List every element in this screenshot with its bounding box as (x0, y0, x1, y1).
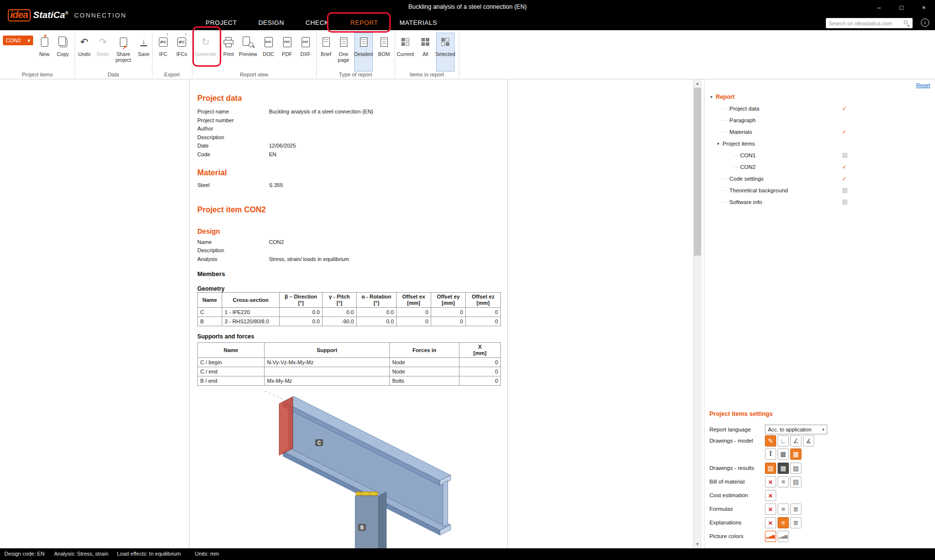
tab-design[interactable]: DESIGN (248, 15, 295, 30)
tree-item-report[interactable]: ▾ Report (708, 91, 851, 103)
generate-button[interactable]: ↻ Generate (196, 33, 215, 72)
tree-item-code-settings[interactable]: Code settings ✓ (708, 173, 851, 185)
checkmark-icon[interactable]: ✓ (842, 164, 851, 170)
checkbox-unchecked-icon[interactable] (842, 188, 847, 193)
report-scrollbar[interactable]: ▲ ▼ (693, 79, 702, 548)
tab-materials[interactable]: MATERIALS (389, 15, 448, 30)
report-preview-area: Project data Project nameBuckling analys… (0, 79, 704, 548)
checkmark-icon[interactable]: ✓ (842, 129, 851, 135)
export-pdf-button[interactable]: PDF PDF (278, 33, 296, 72)
results-3d-icon[interactable]: ▧ (765, 463, 776, 474)
scrollbar-thumb[interactable] (694, 88, 701, 256)
axes-z-icon[interactable]: ∡ (803, 435, 814, 447)
tree-item-theoretical-background[interactable]: Theoretical background (708, 185, 851, 196)
scroll-down-icon[interactable]: ▼ (693, 540, 702, 548)
results-dark-icon[interactable]: ▩ (778, 463, 789, 474)
one-page-report-button[interactable]: One page (334, 33, 353, 72)
tree-item-project-items[interactable]: ▾ Project items (708, 138, 851, 149)
print-button[interactable]: Print (219, 33, 238, 72)
table-header-row: Name Cross-section β – Direction[°] γ - … (198, 293, 501, 308)
brief-report-button[interactable]: Brief (317, 33, 335, 72)
maximize-icon[interactable]: □ (890, 0, 913, 15)
new-button[interactable]: + New (35, 33, 54, 72)
picture-active-icon[interactable]: ▦ (790, 448, 801, 460)
reset-link[interactable]: Reset (916, 82, 930, 88)
tree-item-project-data[interactable]: Project data ✓ (708, 103, 851, 114)
status-bar: Design code: EN Analysis: Stress, strain… (0, 548, 935, 560)
drawing-3d-icon[interactable]: ✎ (765, 435, 776, 447)
checkbox-unchecked-icon[interactable] (842, 153, 847, 158)
tree-item-con2[interactable]: CON2 ✓ (708, 161, 851, 173)
tab-project[interactable]: PROJECT (195, 15, 248, 30)
export-doc-button[interactable]: DOC DOC (259, 33, 278, 72)
list-active-icon[interactable]: ≡ (778, 517, 789, 528)
axes-xz-icon[interactable]: ∠ (790, 435, 801, 447)
setting-row-drawings-model: Drawings - model ✎ ∟ ∠ ∡ (709, 434, 814, 447)
save-button[interactable]: ↓ Save (134, 33, 153, 72)
tree-item-paragraph[interactable]: Paragraph (708, 114, 851, 126)
info-icon[interactable]: i (921, 19, 929, 27)
group-label-data: Data (75, 72, 152, 77)
group-label-report-view: Report view (192, 72, 316, 77)
bars-color-icon[interactable]: ▂▄▆ (765, 531, 776, 542)
axes-xy-icon[interactable]: ∟ (778, 435, 789, 447)
list-brief-icon[interactable]: ≡ (778, 504, 789, 515)
all-items-button[interactable]: All (416, 33, 435, 72)
share-project-button[interactable]: ↗ Share project (112, 33, 134, 72)
report-heading-members: Members (197, 270, 499, 278)
tab-check[interactable]: CHECK (295, 15, 340, 30)
list-icon[interactable]: ≣ (790, 517, 801, 528)
list-detailed-icon[interactable]: ≣ (790, 504, 801, 515)
detailed-page-icon (360, 33, 367, 51)
table-row: C / beginN-Vy-Vz-Mx-My-Mz Node0 (198, 358, 501, 367)
app-logo: idea StatiCa® CONNECTION (8, 6, 127, 24)
ifcs-export-button[interactable]: IFC↑ IFCs (172, 33, 191, 72)
checkmark-icon[interactable]: ✓ (842, 175, 851, 182)
ifc-export-button[interactable]: IFC↑ IFC (154, 33, 172, 72)
setting-row-explanations: Explanations × ≡ ≣ (709, 516, 801, 529)
none-cross-icon[interactable]: × (765, 517, 776, 528)
setting-row-picture-colors: Picture colors ▂▄▆ ▂▄▆ (709, 530, 789, 542)
project-item-selector[interactable]: CON2 ▾ (3, 36, 33, 45)
search-input[interactable] (826, 20, 903, 26)
redo-button[interactable]: ↷ Redo (94, 33, 112, 72)
checkmark-icon[interactable]: ✓ (842, 105, 851, 112)
i-section-icon[interactable]: I (765, 448, 776, 460)
report-tree: ▾ Report Project data ✓ Paragraph Materi… (708, 91, 855, 208)
search-icon[interactable] (903, 20, 910, 27)
bom-report-button[interactable]: BOM (375, 33, 393, 72)
report-language-select[interactable]: Acc. to application ▾ (765, 425, 827, 434)
none-cross-icon[interactable]: × (765, 504, 776, 515)
export-dxf-button[interactable]: DXF DXF (296, 33, 315, 72)
list-icon[interactable]: ≡ (778, 476, 789, 487)
setting-row-drawings-model-2: I ▦ ▦ (709, 448, 801, 460)
results-picture-icon[interactable]: ▨ (790, 463, 801, 474)
scroll-up-icon[interactable]: ▲ (693, 79, 702, 88)
svg-text:C: C (317, 440, 321, 446)
expander-icon[interactable]: ▾ (708, 94, 714, 99)
copy-button[interactable]: Copy (54, 33, 72, 72)
project-items-settings-heading: Project items settings (709, 411, 773, 417)
bom-list-icon (381, 33, 388, 51)
none-cross-icon[interactable]: × (765, 490, 776, 501)
picture-icon[interactable]: ▦ (778, 448, 789, 460)
undo-button[interactable]: ↶ Undo (75, 33, 94, 72)
tree-item-con1[interactable]: CON1 (708, 149, 851, 161)
tree-item-software-info[interactable]: Software info (708, 196, 851, 208)
detailed-report-button[interactable]: Detailed (354, 33, 373, 72)
group-label-type-of-report: Type of report (316, 72, 395, 77)
bars-gray-icon[interactable]: ▂▄▆ (778, 531, 789, 542)
minimize-icon[interactable]: – (868, 0, 890, 15)
preview-button[interactable]: Preview (239, 33, 257, 72)
table-icon[interactable]: ▤ (790, 476, 801, 487)
tab-report[interactable]: REPORT (340, 15, 389, 30)
window-title: Buckling analysis of a steel connection … (0, 3, 935, 10)
close-icon[interactable]: × (913, 0, 935, 15)
undo-icon: ↶ (80, 33, 89, 51)
expander-icon[interactable]: ▾ (715, 141, 721, 146)
none-cross-icon[interactable]: × (765, 476, 776, 487)
selected-items-button[interactable]: Selected (436, 33, 455, 72)
checkbox-unchecked-icon[interactable] (842, 200, 847, 205)
tree-item-materials[interactable]: Materials ✓ (708, 126, 851, 138)
current-items-button[interactable]: Current (396, 33, 415, 72)
